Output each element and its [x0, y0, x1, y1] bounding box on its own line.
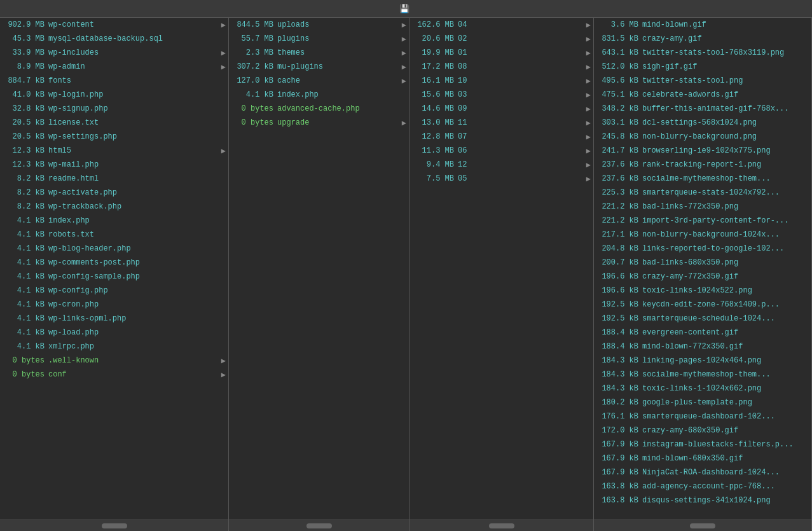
- list-item[interactable]: 163.8 kBadd-agency-account-ppc-768...: [594, 479, 811, 493]
- list-item[interactable]: 495.6 kBtwitter-stats-tool.png: [594, 74, 811, 88]
- list-item[interactable]: 9.4 MB12▶: [409, 158, 593, 172]
- list-item[interactable]: 884.7 kBfonts: [0, 74, 228, 88]
- file-size: 172.0 kB: [596, 426, 642, 435]
- list-item[interactable]: 221.2 kBbad-links-772x350.png: [594, 200, 811, 214]
- scrollbar-thumb[interactable]: [489, 523, 514, 528]
- list-item[interactable]: 7.5 MB05▶: [409, 172, 593, 186]
- list-item[interactable]: 200.7 kBbad-links-680x350.png: [594, 256, 811, 270]
- list-item[interactable]: 225.3 kBsmarterqueue-stats-1024x792...: [594, 186, 811, 200]
- list-item[interactable]: 167.9 kBNinjaCat-ROA-dashboard-1024...: [594, 465, 811, 479]
- list-item[interactable]: 221.2 kBimport-3rd-party-content-for-...: [594, 214, 811, 228]
- scrollbar-col3[interactable]: [409, 520, 594, 531]
- list-item[interactable]: 4.1 kBwp-config-sample.php: [0, 270, 228, 284]
- list-item[interactable]: 127.0 kBcache▶: [229, 74, 409, 88]
- list-item[interactable]: 167.9 kBinstagram-bluestacks-filters.p..…: [594, 438, 811, 452]
- list-item[interactable]: 172.0 kBcrazy-amy-680x350.gif: [594, 424, 811, 438]
- file-size: 4.1 kB: [231, 90, 277, 99]
- list-item[interactable]: 12.3 kBwp-mail.php: [0, 158, 228, 172]
- list-item[interactable]: 11.3 MB06▶: [409, 144, 593, 158]
- list-item[interactable]: 4.1 kBwp-cron.php: [0, 298, 228, 312]
- list-item[interactable]: 0 bytesupgrade▶: [229, 116, 409, 130]
- file-name: 11: [458, 118, 584, 127]
- list-item[interactable]: 20.5 kBlicense.txt: [0, 116, 228, 130]
- list-item[interactable]: 4.1 kBrobots.txt: [0, 228, 228, 242]
- list-item[interactable]: 20.6 MB02▶: [409, 32, 593, 46]
- list-item[interactable]: 192.5 kBkeycdn-edit-zone-768x1409.p...: [594, 298, 811, 312]
- list-item[interactable]: 4.1 kBwp-config.php: [0, 284, 228, 298]
- list-item[interactable]: 15.6 MB03▶: [409, 88, 593, 102]
- list-item[interactable]: 196.6 kBcrazy-amy-772x350.gif: [594, 270, 811, 284]
- file-size: 167.9 kB: [596, 468, 642, 477]
- list-item[interactable]: 0 bytesconf▶: [0, 368, 228, 382]
- scrollbar-col2[interactable]: [229, 520, 409, 531]
- list-item[interactable]: 32.8 kBwp-signup.php: [0, 102, 228, 116]
- list-item[interactable]: 0 bytesadvanced-cache.php: [229, 102, 409, 116]
- list-item[interactable]: 8.2 kBwp-trackback.php: [0, 200, 228, 214]
- scrollbar-thumb[interactable]: [690, 523, 715, 528]
- list-item[interactable]: 902.9 MBwp-content▶: [0, 18, 228, 32]
- list-item[interactable]: 245.8 kBnon-blurry-background.png: [594, 130, 811, 144]
- scrollbar-col1[interactable]: [0, 520, 229, 531]
- list-item[interactable]: 196.6 kBtoxic-links-1024x522.png: [594, 284, 811, 298]
- list-item[interactable]: 4.1 kBwp-comments-post.php: [0, 256, 228, 270]
- list-item[interactable]: 12.3 kBhtml5▶: [0, 144, 228, 158]
- list-item[interactable]: 167.9 kBmind-blown-680x350.gif: [594, 452, 811, 465]
- file-size: 844.5 MB: [231, 20, 277, 29]
- file-size: 188.4 kB: [596, 328, 642, 337]
- list-item[interactable]: 2.3 MBthemes▶: [229, 46, 409, 60]
- list-item[interactable]: 19.9 MB01▶: [409, 46, 593, 60]
- list-item[interactable]: 241.7 kBbrowserling-ie9-1024x775.png: [594, 144, 811, 158]
- list-item[interactable]: 13.0 MB11▶: [409, 116, 593, 130]
- list-item[interactable]: 33.9 MBwp-includes▶: [0, 46, 228, 60]
- list-item[interactable]: 176.1 kBsmarterqueue-dashboard-102...: [594, 410, 811, 424]
- list-item[interactable]: 475.1 kBcelebrate-adwords.gif: [594, 88, 811, 102]
- scrollbar-thumb[interactable]: [306, 523, 332, 528]
- list-item[interactable]: 45.3 MBmysql-database-backup.sql: [0, 32, 228, 46]
- file-name: 05: [458, 174, 584, 183]
- list-item[interactable]: 4.1 kBxmlrpc.php: [0, 340, 228, 354]
- list-item[interactable]: 188.4 kBevergreen-content.gif: [594, 326, 811, 340]
- list-item[interactable]: 348.2 kBbuffer-this-animated-gif-768x...: [594, 102, 811, 116]
- list-item[interactable]: 8.2 kBwp-activate.php: [0, 186, 228, 200]
- list-item[interactable]: 844.5 MBuploads▶: [229, 18, 409, 32]
- list-item[interactable]: 184.3 kBsocialme-mythemeshop-them...: [594, 368, 811, 382]
- list-item[interactable]: 643.1 kBtwitter-stats-tool-768x3119.png: [594, 46, 811, 60]
- list-item[interactable]: 12.8 MB07▶: [409, 130, 593, 144]
- list-item[interactable]: 4.1 kBwp-blog-header.php: [0, 242, 228, 256]
- list-item[interactable]: 3.6 MBmind-blown.gif: [594, 18, 811, 32]
- list-item[interactable]: 0 bytes.well-known▶: [0, 354, 228, 368]
- list-item[interactable]: 237.6 kBrank-tracking-report-1.png: [594, 158, 811, 172]
- list-item[interactable]: 4.1 kBindex.php: [0, 214, 228, 228]
- list-item[interactable]: 217.1 kBnon-blurry-background-1024x...: [594, 228, 811, 242]
- list-item[interactable]: 184.3 kBtoxic-links-1-1024x662.png: [594, 382, 811, 396]
- list-item[interactable]: 20.5 kBwp-settings.php: [0, 130, 228, 144]
- scrollbar-col4[interactable]: [594, 520, 812, 531]
- file-size: 512.0 kB: [596, 62, 642, 71]
- file-size: 163.8 kB: [596, 482, 642, 491]
- list-item[interactable]: 4.1 kBwp-links-opml.php: [0, 312, 228, 326]
- list-item[interactable]: 14.6 MB09▶: [409, 102, 593, 116]
- scrollbar-thumb[interactable]: [102, 523, 127, 528]
- list-item[interactable]: 8.9 MBwp-admin▶: [0, 60, 228, 74]
- list-item[interactable]: 188.4 kBmind-blown-772x350.gif: [594, 340, 811, 354]
- list-item[interactable]: 204.8 kBlinks-reported-to-google-102...: [594, 242, 811, 256]
- list-item[interactable]: 41.0 kBwp-login.php: [0, 88, 228, 102]
- list-item[interactable]: 17.2 MB08▶: [409, 60, 593, 74]
- list-item[interactable]: 8.2 kBreadme.html: [0, 172, 228, 186]
- list-item[interactable]: 162.6 MB04▶: [409, 18, 593, 32]
- list-item[interactable]: 307.2 kBmu-plugins▶: [229, 60, 409, 74]
- list-item[interactable]: 4.1 kBwp-load.php: [0, 326, 228, 340]
- list-item[interactable]: 163.8 kBdisqus-settings-341x1024.png: [594, 493, 811, 507]
- list-item[interactable]: 184.3 kBlinking-pages-1024x464.png: [594, 354, 811, 368]
- list-item[interactable]: 303.1 kBdcl-settings-568x1024.png: [594, 116, 811, 130]
- list-item[interactable]: 192.5 kBsmarterqueue-schedule-1024...: [594, 312, 811, 326]
- list-item[interactable]: 831.5 kBcrazy-amy.gif: [594, 32, 811, 46]
- list-item[interactable]: 16.1 MB10▶: [409, 74, 593, 88]
- file-name: mysql-database-backup.sql: [48, 34, 226, 43]
- list-item[interactable]: 180.2 kBgoogle-plus-template.png: [594, 396, 811, 410]
- list-item[interactable]: 237.6 kBsocialme-mythemeshop-them...: [594, 172, 811, 186]
- list-item[interactable]: 512.0 kBsigh-gif.gif: [594, 60, 811, 74]
- file-size: 4.1 kB: [3, 300, 48, 309]
- list-item[interactable]: 55.7 MBplugins▶: [229, 32, 409, 46]
- list-item[interactable]: 4.1 kBindex.php: [229, 88, 409, 102]
